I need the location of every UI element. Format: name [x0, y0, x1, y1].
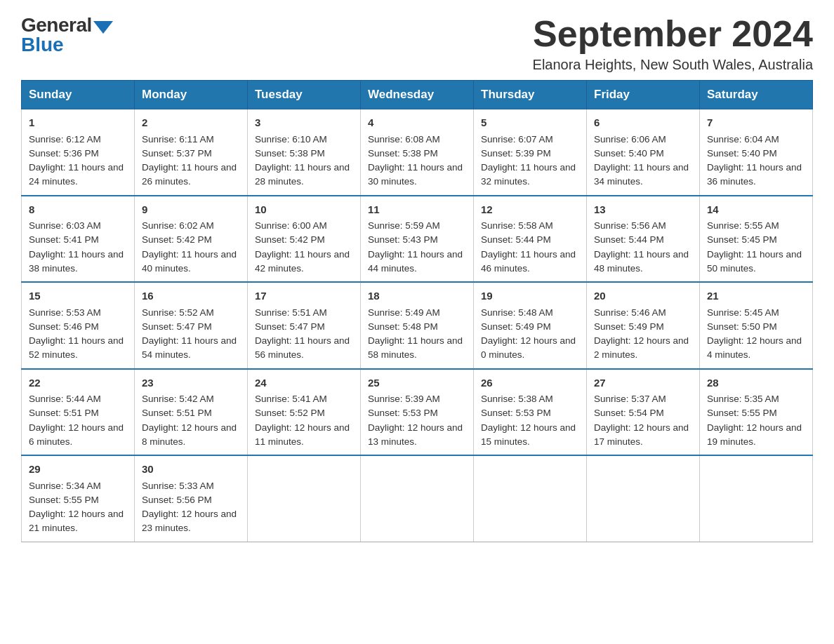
day-number: 23 — [142, 375, 240, 391]
day-number: 15 — [29, 288, 127, 304]
day-number: 27 — [594, 375, 692, 391]
calendar-cell: 27Sunrise: 5:37 AMSunset: 5:54 PMDayligh… — [587, 369, 700, 456]
calendar-cell: 29Sunrise: 5:34 AMSunset: 5:55 PMDayligh… — [22, 455, 135, 542]
calendar-cell: 28Sunrise: 5:35 AMSunset: 5:55 PMDayligh… — [700, 369, 813, 456]
day-number: 10 — [255, 202, 353, 218]
col-header-tuesday: Tuesday — [248, 81, 361, 109]
calendar-table: SundayMondayTuesdayWednesdayThursdayFrid… — [21, 80, 813, 542]
day-number: 9 — [142, 202, 240, 218]
calendar-cell: 14Sunrise: 5:55 AMSunset: 5:45 PMDayligh… — [700, 196, 813, 283]
calendar-cell: 19Sunrise: 5:48 AMSunset: 5:49 PMDayligh… — [474, 282, 587, 369]
day-number: 4 — [368, 115, 466, 131]
calendar-cell: 2Sunrise: 6:11 AMSunset: 5:37 PMDaylight… — [135, 109, 248, 196]
calendar-cell: 16Sunrise: 5:52 AMSunset: 5:47 PMDayligh… — [135, 282, 248, 369]
calendar-cell — [700, 455, 813, 542]
day-number: 20 — [594, 288, 692, 304]
day-number: 17 — [255, 288, 353, 304]
calendar-cell: 11Sunrise: 5:59 AMSunset: 5:43 PMDayligh… — [361, 196, 474, 283]
calendar-cell: 25Sunrise: 5:39 AMSunset: 5:53 PMDayligh… — [361, 369, 474, 456]
day-number: 2 — [142, 115, 240, 131]
col-header-thursday: Thursday — [474, 81, 587, 109]
col-header-friday: Friday — [587, 81, 700, 109]
calendar-cell: 24Sunrise: 5:41 AMSunset: 5:52 PMDayligh… — [248, 369, 361, 456]
calendar-cell — [474, 455, 587, 542]
title-section: September 2024 Elanora Heights, New Sout… — [533, 14, 813, 73]
day-number: 13 — [594, 202, 692, 218]
calendar-header-row: SundayMondayTuesdayWednesdayThursdayFrid… — [22, 81, 813, 109]
calendar-cell: 22Sunrise: 5:44 AMSunset: 5:51 PMDayligh… — [22, 369, 135, 456]
day-number: 25 — [368, 375, 466, 391]
week-row-4: 22Sunrise: 5:44 AMSunset: 5:51 PMDayligh… — [22, 369, 813, 456]
day-number: 19 — [481, 288, 579, 304]
col-header-saturday: Saturday — [700, 81, 813, 109]
calendar-cell: 18Sunrise: 5:49 AMSunset: 5:48 PMDayligh… — [361, 282, 474, 369]
calendar-cell: 12Sunrise: 5:58 AMSunset: 5:44 PMDayligh… — [474, 196, 587, 283]
calendar-cell: 5Sunrise: 6:07 AMSunset: 5:39 PMDaylight… — [474, 109, 587, 196]
calendar-cell — [587, 455, 700, 542]
calendar-cell — [248, 455, 361, 542]
calendar-cell: 17Sunrise: 5:51 AMSunset: 5:47 PMDayligh… — [248, 282, 361, 369]
day-number: 14 — [707, 202, 805, 218]
day-number: 18 — [368, 288, 466, 304]
day-number: 5 — [481, 115, 579, 131]
calendar-cell: 21Sunrise: 5:45 AMSunset: 5:50 PMDayligh… — [700, 282, 813, 369]
logo-blue-text: Blue — [21, 34, 64, 56]
day-number: 24 — [255, 375, 353, 391]
calendar-cell: 30Sunrise: 5:33 AMSunset: 5:56 PMDayligh… — [135, 455, 248, 542]
location-text: Elanora Heights, New South Wales, Austra… — [533, 57, 813, 73]
calendar-cell: 8Sunrise: 6:03 AMSunset: 5:41 PMDaylight… — [22, 196, 135, 283]
day-number: 16 — [142, 288, 240, 304]
calendar-cell: 10Sunrise: 6:00 AMSunset: 5:42 PMDayligh… — [248, 196, 361, 283]
calendar-cell: 7Sunrise: 6:04 AMSunset: 5:40 PMDaylight… — [700, 109, 813, 196]
day-number: 11 — [368, 202, 466, 218]
calendar-cell: 15Sunrise: 5:53 AMSunset: 5:46 PMDayligh… — [22, 282, 135, 369]
calendar-cell — [361, 455, 474, 542]
calendar-cell: 4Sunrise: 6:08 AMSunset: 5:38 PMDaylight… — [361, 109, 474, 196]
day-number: 12 — [481, 202, 579, 218]
day-number: 7 — [707, 115, 805, 131]
logo: General Blue — [21, 14, 113, 56]
week-row-3: 15Sunrise: 5:53 AMSunset: 5:46 PMDayligh… — [22, 282, 813, 369]
day-number: 28 — [707, 375, 805, 391]
col-header-sunday: Sunday — [22, 81, 135, 109]
day-number: 6 — [594, 115, 692, 131]
week-row-5: 29Sunrise: 5:34 AMSunset: 5:55 PMDayligh… — [22, 455, 813, 542]
week-row-1: 1Sunrise: 6:12 AMSunset: 5:36 PMDaylight… — [22, 109, 813, 196]
day-number: 21 — [707, 288, 805, 304]
calendar-cell: 9Sunrise: 6:02 AMSunset: 5:42 PMDaylight… — [135, 196, 248, 283]
calendar-cell: 6Sunrise: 6:06 AMSunset: 5:40 PMDaylight… — [587, 109, 700, 196]
logo-arrow-icon — [93, 21, 113, 34]
day-number: 8 — [29, 202, 127, 218]
day-number: 30 — [142, 462, 240, 478]
page-header: General Blue September 2024 Elanora Heig… — [21, 14, 813, 73]
day-number: 3 — [255, 115, 353, 131]
day-number: 1 — [29, 115, 127, 131]
day-number: 26 — [481, 375, 579, 391]
col-header-monday: Monday — [135, 81, 248, 109]
day-number: 22 — [29, 375, 127, 391]
calendar-cell: 13Sunrise: 5:56 AMSunset: 5:44 PMDayligh… — [587, 196, 700, 283]
calendar-cell: 23Sunrise: 5:42 AMSunset: 5:51 PMDayligh… — [135, 369, 248, 456]
calendar-cell: 20Sunrise: 5:46 AMSunset: 5:49 PMDayligh… — [587, 282, 700, 369]
calendar-cell: 26Sunrise: 5:38 AMSunset: 5:53 PMDayligh… — [474, 369, 587, 456]
col-header-wednesday: Wednesday — [361, 81, 474, 109]
month-title: September 2024 — [533, 14, 813, 54]
week-row-2: 8Sunrise: 6:03 AMSunset: 5:41 PMDaylight… — [22, 196, 813, 283]
day-number: 29 — [29, 462, 127, 478]
calendar-cell: 3Sunrise: 6:10 AMSunset: 5:38 PMDaylight… — [248, 109, 361, 196]
calendar-cell: 1Sunrise: 6:12 AMSunset: 5:36 PMDaylight… — [22, 109, 135, 196]
